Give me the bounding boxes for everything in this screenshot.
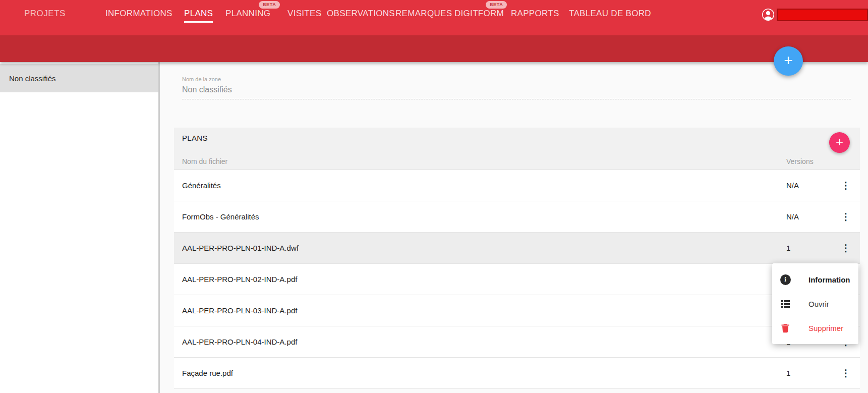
version-cell: N/A <box>783 212 834 221</box>
plus-icon: + <box>784 52 793 69</box>
vertical-dots-icon[interactable]: ⋮ <box>838 242 854 254</box>
file-name-cell: AAL-PER-PRO-PLN-01-IND-A.dwf <box>174 244 783 252</box>
app-window: PROJETS INFORMATIONSPLANSPLANNINGBETAVIS… <box>0 0 868 393</box>
add-zone-fab-button[interactable]: + <box>774 46 803 76</box>
nav-tab-planning[interactable]: PLANNINGBETA <box>225 9 270 21</box>
file-name-cell: AAL-PER-PRO-PLN-02-IND-A.pdf <box>174 275 783 284</box>
table-row[interactable]: AAL-PER-PRO-PLN-03-IND-A.pdf1⋮ <box>174 295 860 326</box>
nav-tab-tableau-de-bord[interactable]: TABLEAU DE BORD <box>569 9 651 21</box>
zones-sidebar: Non classifiés <box>0 62 160 393</box>
context-menu-item-supprimer[interactable]: Supprimer <box>772 316 858 340</box>
context-menu-item-label: Supprimer <box>808 324 843 332</box>
info-icon: i <box>780 274 791 285</box>
version-cell: 1 <box>783 369 834 377</box>
file-name-cell: Généralités <box>174 181 783 190</box>
user-avatar-icon[interactable] <box>762 8 775 21</box>
row-context-menu: iInformationOuvrirSupprimer <box>772 263 858 344</box>
plans-table-body: GénéralitésN/A⋮FormObs - GénéralitésN/A⋮… <box>174 170 860 389</box>
zone-name-field: Nom de la zone Non classifiés <box>182 76 851 99</box>
table-row[interactable]: Façade rue.pdf1⋮ <box>174 358 860 389</box>
plans-table-header: PLANS + Nom du fichier Versions <box>174 128 860 170</box>
table-row[interactable]: AAL-PER-PRO-PLN-01-IND-A.dwf1⋮ <box>174 233 860 264</box>
vertical-dots-icon[interactable]: ⋮ <box>838 180 854 191</box>
nav-tab-plans[interactable]: PLANS <box>184 9 213 23</box>
nav-tab-digitform[interactable]: DIGITFORMBETA <box>454 9 504 21</box>
context-menu-item-information[interactable]: iInformation <box>772 267 858 292</box>
table-row[interactable]: AAL-PER-PRO-PLN-02-IND-A.pdf1⋮ <box>174 264 860 295</box>
file-name-cell: Façade rue.pdf <box>174 369 783 377</box>
nav-tab-observations[interactable]: OBSERVATIONS <box>327 9 395 21</box>
plus-icon: + <box>836 134 843 150</box>
secondary-bar <box>0 35 868 62</box>
table-row[interactable]: FormObs - GénéralitésN/A⋮ <box>174 201 860 233</box>
add-plan-fab-button[interactable]: + <box>829 132 850 153</box>
redacted-username <box>777 9 868 21</box>
plans-title: PLANS <box>182 134 208 142</box>
version-cell: 1 <box>783 244 834 252</box>
list-icon <box>780 298 791 309</box>
file-name-cell: FormObs - Généralités <box>174 212 783 221</box>
file-name-cell: AAL-PER-PRO-PLN-03-IND-A.pdf <box>174 306 783 315</box>
brand-projets[interactable]: PROJETS <box>24 9 66 19</box>
vertical-dots-icon[interactable]: ⋮ <box>838 211 854 222</box>
beta-badge: BETA <box>486 1 507 9</box>
nav-tab-rapports[interactable]: RAPPORTS <box>511 9 559 21</box>
context-menu-item-label: Information <box>808 275 850 284</box>
beta-badge: BETA <box>259 1 280 9</box>
top-app-bar: PROJETS INFORMATIONSPLANSPLANNINGBETAVIS… <box>0 0 868 35</box>
zone-name-label: Nom de la zone <box>182 76 851 82</box>
nav-tab-informations[interactable]: INFORMATIONS <box>105 9 172 21</box>
nav-tab-visites[interactable]: VISITES <box>287 9 321 21</box>
sidebar-item-zone[interactable]: Non classifiés <box>0 64 158 92</box>
column-header-file: Nom du fichier <box>174 157 783 165</box>
main-content: Nom de la zone Non classifiés PLANS + No… <box>160 62 868 393</box>
trash-icon <box>780 322 791 333</box>
context-menu-item-label: Ouvrir <box>808 300 829 308</box>
zone-name-input[interactable]: Non classifiés <box>182 85 851 99</box>
column-header-versions: Versions <box>783 157 834 165</box>
context-menu-item-ouvrir[interactable]: Ouvrir <box>772 292 858 316</box>
table-row[interactable]: AAL-PER-PRO-PLN-04-IND-A.pdf1⋮ <box>174 326 860 358</box>
table-row[interactable]: GénéralitésN/A⋮ <box>174 170 860 201</box>
nav-tab-remarques[interactable]: REMARQUES <box>395 9 452 21</box>
vertical-dots-icon[interactable]: ⋮ <box>838 367 854 379</box>
plans-table-card: PLANS + Nom du fichier Versions Générali… <box>174 128 860 389</box>
file-name-cell: AAL-PER-PRO-PLN-04-IND-A.pdf <box>174 338 783 346</box>
version-cell: N/A <box>783 181 834 190</box>
